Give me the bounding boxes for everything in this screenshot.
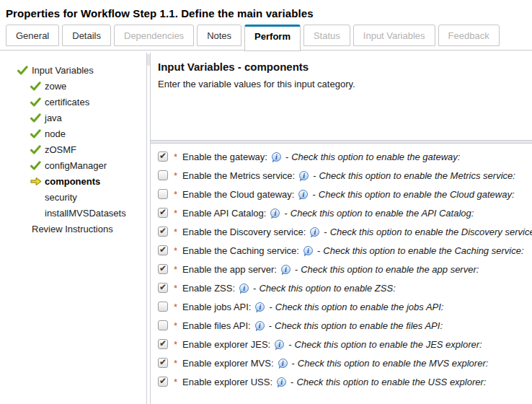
- label-description-separator: -: [295, 264, 298, 275]
- tree-item-label: node: [45, 128, 66, 139]
- tab-notes[interactable]: Notes: [197, 25, 241, 46]
- info-icon[interactable]: i: [303, 246, 313, 255]
- instructions-pane: Input Variables - components Enter the v…: [151, 50, 532, 140]
- variable-checkbox[interactable]: [158, 302, 168, 312]
- variable-row-enable-the-app-server: *Enable the app server:i-Check this opti…: [158, 261, 528, 277]
- info-icon[interactable]: i: [278, 359, 288, 368]
- label-description-separator: -: [312, 189, 315, 200]
- variable-checkbox[interactable]: [158, 377, 168, 387]
- info-icon[interactable]: i: [270, 208, 280, 218]
- variable-checkbox[interactable]: [158, 152, 168, 162]
- tree-item-label: Input Variables: [32, 65, 94, 76]
- label-description-separator: -: [317, 245, 320, 256]
- info-icon[interactable]: i: [298, 190, 308, 199]
- tree-item-certificates[interactable]: certificates: [0, 94, 146, 110]
- variable-label: Enable the Cloud gateway:: [182, 189, 294, 200]
- tree-item-label: zowe: [45, 81, 66, 92]
- info-icon[interactable]: i: [275, 340, 284, 349]
- tree-item-security[interactable]: security: [0, 189, 146, 205]
- green-check-icon: [30, 113, 45, 123]
- variable-checkbox[interactable]: [158, 189, 168, 199]
- green-check-icon: [30, 97, 45, 107]
- green-check-icon: [30, 145, 45, 154]
- tab-bar: GeneralDetailsDependenciesNotesPerformSt…: [0, 25, 532, 50]
- variable-checkbox[interactable]: [158, 208, 168, 218]
- tree-item-zowe[interactable]: zowe: [0, 78, 146, 94]
- variable-row-enable-zss: *Enable ZSS:i-Check this option to enabl…: [158, 280, 528, 296]
- variable-row-enable-explorer-uss: *Enable explorer USS:i-Check this option…: [158, 374, 528, 390]
- variable-row-enable-jobs-api: *Enable jobs API:i-Check this option to …: [158, 299, 528, 315]
- label-description-separator: -: [269, 302, 272, 312]
- variable-label: Enable the app server:: [182, 264, 277, 275]
- variable-form: *Enable the gateway:i-Check this option …: [151, 144, 532, 404]
- variable-row-enable-explorer-jes: *Enable explorer JES:i-Check this option…: [158, 336, 528, 352]
- tree-item-label: Review Instructions: [32, 224, 113, 234]
- variable-row-enable-api-catalog: *Enable API Catalog:i-Check this option …: [158, 205, 528, 221]
- info-icon[interactable]: i: [272, 152, 281, 162]
- info-icon[interactable]: i: [255, 302, 265, 312]
- variable-label: Enable explorer MVS:: [182, 358, 273, 369]
- variable-label: Enable files API:: [182, 320, 251, 331]
- yellow-arrow-icon: [30, 177, 45, 186]
- required-asterisk: *: [174, 170, 177, 181]
- tab-perform[interactable]: Perform: [244, 25, 301, 51]
- green-check-icon: [30, 129, 45, 139]
- variable-checkbox[interactable]: [158, 320, 168, 330]
- label-description-separator: -: [253, 283, 256, 294]
- variable-description: Check this option to enable ZSS:: [259, 283, 395, 294]
- variable-checkbox[interactable]: [158, 245, 168, 255]
- tree-item-installmvsdatasets[interactable]: installMVSDatasets: [0, 205, 146, 221]
- tree-item-input-variables[interactable]: Input Variables: [0, 62, 146, 78]
- info-icon[interactable]: i: [255, 321, 265, 330]
- tree-item-label: zOSMF: [45, 144, 76, 155]
- info-icon[interactable]: i: [310, 227, 319, 237]
- variable-description: Check this option to enable the app serv…: [301, 264, 479, 275]
- tree-item-zosmf[interactable]: zOSMF: [0, 141, 146, 157]
- variable-checkbox[interactable]: [158, 283, 168, 293]
- variable-description: Check this option to enable the API Cata…: [291, 208, 474, 219]
- variable-description: Check this option to enable the files AP…: [275, 320, 443, 331]
- variable-row-enable-the-gateway: *Enable the gateway:i-Check this option …: [158, 149, 528, 164]
- tree-item-java[interactable]: java: [0, 110, 146, 126]
- variable-label: Enable explorer JES:: [182, 339, 270, 350]
- tree-item-label: installMVSDatasets: [45, 208, 126, 219]
- required-asterisk: *: [174, 208, 177, 219]
- required-asterisk: *: [174, 358, 177, 369]
- tree-item-node[interactable]: node: [0, 126, 146, 141]
- tab-general[interactable]: General: [6, 25, 59, 46]
- required-asterisk: *: [174, 339, 177, 350]
- vertical-splitter[interactable]: [146, 53, 151, 404]
- label-description-separator: -: [288, 339, 291, 350]
- variable-description: Check this option to enable the Cloud ga…: [319, 189, 515, 200]
- info-icon[interactable]: i: [277, 377, 286, 387]
- variable-label: Enable the Caching service:: [182, 245, 299, 256]
- tree-item-review-instructions[interactable]: Review Instructions: [0, 221, 146, 237]
- variable-description: Check this option to enable the Metrics …: [319, 170, 515, 181]
- required-asterisk: *: [174, 264, 177, 275]
- variable-checkbox[interactable]: [158, 170, 168, 180]
- variable-description: Check this option to enable the JES expl…: [295, 339, 482, 350]
- variable-description: Check this option to enable the gateway:: [291, 152, 460, 162]
- variable-label: Enable the gateway:: [182, 152, 267, 162]
- tab-dependencies: Dependencies: [114, 25, 194, 46]
- title-bar: Properties for Workflow Step 1.1. Define…: [0, 0, 532, 25]
- tree-item-components[interactable]: components: [0, 173, 146, 189]
- required-asterisk: *: [174, 245, 177, 256]
- tab-details[interactable]: Details: [62, 25, 111, 46]
- variable-checkbox[interactable]: [158, 358, 168, 368]
- variable-checkbox[interactable]: [158, 339, 168, 349]
- variable-checkbox[interactable]: [158, 227, 168, 237]
- info-icon[interactable]: i: [299, 171, 309, 180]
- tab-status: Status: [303, 25, 350, 46]
- label-description-separator: -: [285, 152, 288, 162]
- info-icon[interactable]: i: [239, 284, 249, 293]
- info-icon[interactable]: i: [281, 265, 291, 274]
- tab-input-variables: Input Variables: [353, 25, 435, 46]
- variable-row-enable-the-cloud-gateway: *Enable the Cloud gateway:i-Check this o…: [158, 186, 528, 202]
- perform-panel: Input Variables - components Enter the v…: [151, 50, 532, 404]
- tree-item-configmanager[interactable]: configManager: [0, 157, 146, 173]
- variable-checkbox[interactable]: [158, 264, 168, 274]
- variable-description: Check this option to enable the MVS expl…: [298, 358, 488, 369]
- splitter-grip[interactable]: [147, 54, 150, 66]
- required-asterisk: *: [174, 302, 177, 312]
